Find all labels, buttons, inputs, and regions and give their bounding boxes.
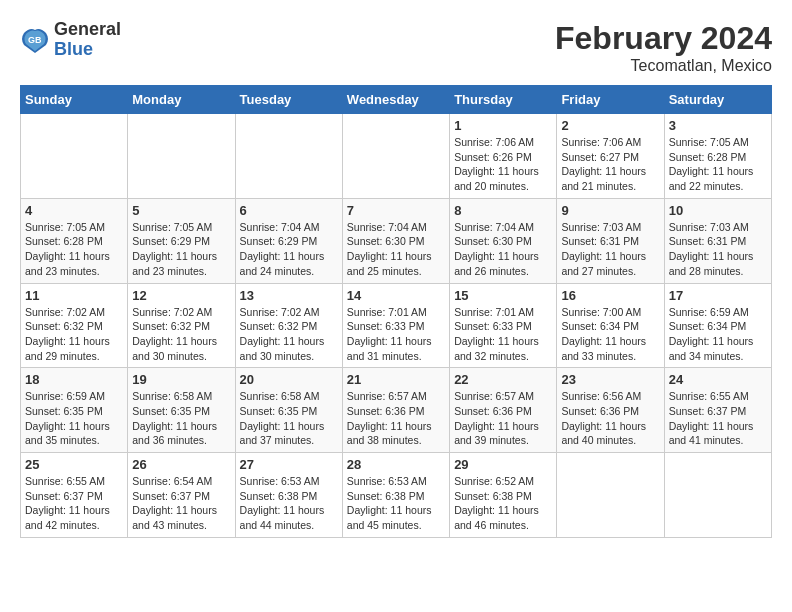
day-number: 13 — [240, 288, 338, 303]
day-number: 21 — [347, 372, 445, 387]
calendar-cell: 12Sunrise: 7:02 AMSunset: 6:32 PMDayligh… — [128, 283, 235, 368]
calendar-cell: 21Sunrise: 6:57 AMSunset: 6:36 PMDayligh… — [342, 368, 449, 453]
calendar-cell: 18Sunrise: 6:59 AMSunset: 6:35 PMDayligh… — [21, 368, 128, 453]
svg-text:GB: GB — [28, 35, 42, 45]
day-number: 10 — [669, 203, 767, 218]
day-number: 29 — [454, 457, 552, 472]
day-number: 20 — [240, 372, 338, 387]
day-info: Sunrise: 6:57 AMSunset: 6:36 PMDaylight:… — [454, 389, 552, 448]
calendar-cell — [342, 114, 449, 199]
day-info: Sunrise: 6:56 AMSunset: 6:36 PMDaylight:… — [561, 389, 659, 448]
day-info: Sunrise: 7:00 AMSunset: 6:34 PMDaylight:… — [561, 305, 659, 364]
day-info: Sunrise: 7:02 AMSunset: 6:32 PMDaylight:… — [132, 305, 230, 364]
day-number: 9 — [561, 203, 659, 218]
day-number: 1 — [454, 118, 552, 133]
day-number: 2 — [561, 118, 659, 133]
day-number: 11 — [25, 288, 123, 303]
day-info: Sunrise: 6:59 AMSunset: 6:34 PMDaylight:… — [669, 305, 767, 364]
calendar-cell: 3Sunrise: 7:05 AMSunset: 6:28 PMDaylight… — [664, 114, 771, 199]
calendar-week-0: 1Sunrise: 7:06 AMSunset: 6:26 PMDaylight… — [21, 114, 772, 199]
day-info: Sunrise: 7:01 AMSunset: 6:33 PMDaylight:… — [454, 305, 552, 364]
day-number: 14 — [347, 288, 445, 303]
day-info: Sunrise: 6:53 AMSunset: 6:38 PMDaylight:… — [240, 474, 338, 533]
day-info: Sunrise: 6:58 AMSunset: 6:35 PMDaylight:… — [240, 389, 338, 448]
day-info: Sunrise: 7:03 AMSunset: 6:31 PMDaylight:… — [561, 220, 659, 279]
day-number: 28 — [347, 457, 445, 472]
calendar-cell: 7Sunrise: 7:04 AMSunset: 6:30 PMDaylight… — [342, 198, 449, 283]
header-cell-wednesday: Wednesday — [342, 86, 449, 114]
day-number: 24 — [669, 372, 767, 387]
day-number: 19 — [132, 372, 230, 387]
day-info: Sunrise: 7:05 AMSunset: 6:29 PMDaylight:… — [132, 220, 230, 279]
calendar-week-1: 4Sunrise: 7:05 AMSunset: 6:28 PMDaylight… — [21, 198, 772, 283]
day-info: Sunrise: 6:53 AMSunset: 6:38 PMDaylight:… — [347, 474, 445, 533]
logo-general-text: General — [54, 20, 121, 40]
calendar-cell: 25Sunrise: 6:55 AMSunset: 6:37 PMDayligh… — [21, 453, 128, 538]
calendar-cell — [21, 114, 128, 199]
day-number: 26 — [132, 457, 230, 472]
calendar-cell: 23Sunrise: 6:56 AMSunset: 6:36 PMDayligh… — [557, 368, 664, 453]
calendar-cell: 13Sunrise: 7:02 AMSunset: 6:32 PMDayligh… — [235, 283, 342, 368]
day-info: Sunrise: 6:58 AMSunset: 6:35 PMDaylight:… — [132, 389, 230, 448]
day-info: Sunrise: 7:02 AMSunset: 6:32 PMDaylight:… — [240, 305, 338, 364]
day-info: Sunrise: 7:04 AMSunset: 6:29 PMDaylight:… — [240, 220, 338, 279]
day-info: Sunrise: 7:03 AMSunset: 6:31 PMDaylight:… — [669, 220, 767, 279]
calendar-table: SundayMondayTuesdayWednesdayThursdayFrid… — [20, 85, 772, 538]
calendar-cell — [128, 114, 235, 199]
day-info: Sunrise: 7:02 AMSunset: 6:32 PMDaylight:… — [25, 305, 123, 364]
calendar-cell: 14Sunrise: 7:01 AMSunset: 6:33 PMDayligh… — [342, 283, 449, 368]
calendar-cell: 11Sunrise: 7:02 AMSunset: 6:32 PMDayligh… — [21, 283, 128, 368]
logo-text: General Blue — [54, 20, 121, 60]
day-info: Sunrise: 6:55 AMSunset: 6:37 PMDaylight:… — [669, 389, 767, 448]
day-info: Sunrise: 6:54 AMSunset: 6:37 PMDaylight:… — [132, 474, 230, 533]
day-info: Sunrise: 6:57 AMSunset: 6:36 PMDaylight:… — [347, 389, 445, 448]
day-number: 16 — [561, 288, 659, 303]
calendar-cell: 22Sunrise: 6:57 AMSunset: 6:36 PMDayligh… — [450, 368, 557, 453]
header-cell-friday: Friday — [557, 86, 664, 114]
logo: GB General Blue — [20, 20, 121, 60]
day-info: Sunrise: 7:01 AMSunset: 6:33 PMDaylight:… — [347, 305, 445, 364]
day-number: 18 — [25, 372, 123, 387]
header-cell-monday: Monday — [128, 86, 235, 114]
day-number: 7 — [347, 203, 445, 218]
day-info: Sunrise: 7:06 AMSunset: 6:27 PMDaylight:… — [561, 135, 659, 194]
day-number: 17 — [669, 288, 767, 303]
calendar-cell: 26Sunrise: 6:54 AMSunset: 6:37 PMDayligh… — [128, 453, 235, 538]
header-row: SundayMondayTuesdayWednesdayThursdayFrid… — [21, 86, 772, 114]
calendar-week-3: 18Sunrise: 6:59 AMSunset: 6:35 PMDayligh… — [21, 368, 772, 453]
calendar-cell: 29Sunrise: 6:52 AMSunset: 6:38 PMDayligh… — [450, 453, 557, 538]
day-info: Sunrise: 7:06 AMSunset: 6:26 PMDaylight:… — [454, 135, 552, 194]
day-number: 27 — [240, 457, 338, 472]
day-info: Sunrise: 6:55 AMSunset: 6:37 PMDaylight:… — [25, 474, 123, 533]
calendar-cell: 19Sunrise: 6:58 AMSunset: 6:35 PMDayligh… — [128, 368, 235, 453]
calendar-title: February 2024 — [555, 20, 772, 57]
day-info: Sunrise: 7:04 AMSunset: 6:30 PMDaylight:… — [347, 220, 445, 279]
calendar-cell — [664, 453, 771, 538]
calendar-cell: 6Sunrise: 7:04 AMSunset: 6:29 PMDaylight… — [235, 198, 342, 283]
header-cell-saturday: Saturday — [664, 86, 771, 114]
header-cell-sunday: Sunday — [21, 86, 128, 114]
calendar-week-2: 11Sunrise: 7:02 AMSunset: 6:32 PMDayligh… — [21, 283, 772, 368]
day-info: Sunrise: 6:52 AMSunset: 6:38 PMDaylight:… — [454, 474, 552, 533]
calendar-cell: 15Sunrise: 7:01 AMSunset: 6:33 PMDayligh… — [450, 283, 557, 368]
calendar-cell: 9Sunrise: 7:03 AMSunset: 6:31 PMDaylight… — [557, 198, 664, 283]
calendar-subtitle: Tecomatlan, Mexico — [555, 57, 772, 75]
day-info: Sunrise: 6:59 AMSunset: 6:35 PMDaylight:… — [25, 389, 123, 448]
day-number: 5 — [132, 203, 230, 218]
day-number: 23 — [561, 372, 659, 387]
day-number: 6 — [240, 203, 338, 218]
day-number: 12 — [132, 288, 230, 303]
page-header: GB General Blue February 2024 Tecomatlan… — [20, 20, 772, 75]
logo-icon: GB — [20, 25, 50, 55]
calendar-cell: 2Sunrise: 7:06 AMSunset: 6:27 PMDaylight… — [557, 114, 664, 199]
calendar-cell: 17Sunrise: 6:59 AMSunset: 6:34 PMDayligh… — [664, 283, 771, 368]
calendar-cell: 10Sunrise: 7:03 AMSunset: 6:31 PMDayligh… — [664, 198, 771, 283]
calendar-cell: 27Sunrise: 6:53 AMSunset: 6:38 PMDayligh… — [235, 453, 342, 538]
day-number: 3 — [669, 118, 767, 133]
calendar-cell: 4Sunrise: 7:05 AMSunset: 6:28 PMDaylight… — [21, 198, 128, 283]
calendar-cell: 28Sunrise: 6:53 AMSunset: 6:38 PMDayligh… — [342, 453, 449, 538]
calendar-cell — [557, 453, 664, 538]
calendar-cell: 1Sunrise: 7:06 AMSunset: 6:26 PMDaylight… — [450, 114, 557, 199]
day-number: 4 — [25, 203, 123, 218]
day-info: Sunrise: 7:05 AMSunset: 6:28 PMDaylight:… — [669, 135, 767, 194]
